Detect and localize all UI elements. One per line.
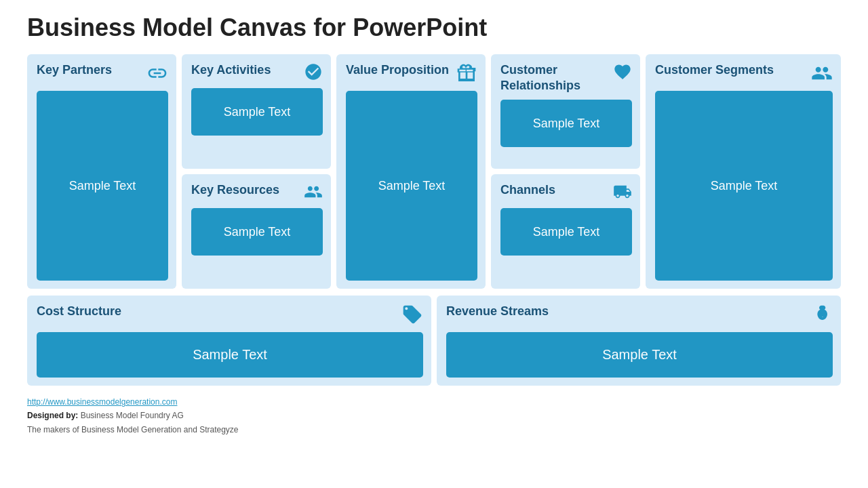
- cell-resources-header: Key Resources: [191, 182, 323, 201]
- top-row: Key Partners Sample Text Key Activities: [27, 54, 841, 289]
- cell-customer-segments: Customer Segments Sample Text: [646, 54, 841, 289]
- footer: http://www.businessmodelgeneration.com D…: [27, 395, 841, 436]
- cell-segments-header: Customer Segments: [655, 62, 833, 84]
- bottom-row: Cost Structure Sample Text Revenue Strea…: [27, 296, 841, 386]
- footer-tagline: The makers of Business Model Generation …: [27, 425, 239, 434]
- revenue-sample-text: Sample Text: [602, 347, 677, 363]
- activities-title: Key Activities: [191, 62, 271, 78]
- money-bag-icon: $: [811, 304, 833, 325]
- partners-sample-text: Sample Text: [69, 179, 136, 193]
- relationships-sample-text: Sample Text: [533, 117, 600, 131]
- relationships-title: Customer Relationships: [500, 62, 613, 93]
- footer-designed-by-label: Designed by:: [27, 411, 81, 420]
- heart-icon: [613, 62, 632, 81]
- cell-activities-header: Key Activities: [191, 62, 323, 81]
- canvas-container: Key Partners Sample Text Key Activities: [27, 54, 841, 386]
- cell-key-activities: Key Activities Sample Text: [182, 54, 331, 169]
- cell-revenue-streams: Revenue Streams $ Sample Text: [437, 296, 841, 386]
- resources-title: Key Resources: [191, 182, 279, 198]
- checkmark-icon: [304, 62, 323, 81]
- segments-sample-box: Sample Text: [655, 91, 833, 281]
- cost-sample-text: Sample Text: [193, 347, 267, 363]
- cell-key-resources: Key Resources Sample Text: [182, 174, 331, 289]
- resources-sample-text: Sample Text: [224, 225, 291, 239]
- activities-sample-text: Sample Text: [224, 105, 291, 119]
- page-title: Business Model Canvas for PowerPoint: [27, 14, 841, 42]
- cell-channels-header: Channels: [500, 182, 632, 201]
- cost-sample-box: Sample Text: [37, 332, 423, 378]
- channels-sample-text: Sample Text: [533, 225, 600, 239]
- footer-url[interactable]: http://www.businessmodelgeneration.com: [27, 397, 177, 407]
- partners-title: Key Partners: [37, 62, 112, 78]
- revenue-title: Revenue Streams: [446, 304, 549, 319]
- link-icon: [146, 62, 168, 84]
- cell-value-header: Value Proposition: [346, 62, 477, 84]
- cell-key-partners: Key Partners Sample Text: [27, 54, 176, 289]
- svg-text:$: $: [820, 311, 823, 317]
- channels-sample-box: Sample Text: [500, 208, 632, 256]
- cell-revenue-header: Revenue Streams $: [446, 304, 833, 325]
- partners-sample-box: Sample Text: [37, 91, 168, 281]
- relationships-sample-box: Sample Text: [500, 100, 632, 147]
- cost-title: Cost Structure: [37, 304, 121, 319]
- segments-sample-text: Sample Text: [711, 179, 778, 193]
- cell-cost-header: Cost Structure: [37, 304, 423, 325]
- tag-icon: [401, 304, 423, 325]
- value-sample-box: Sample Text: [346, 91, 477, 281]
- cell-cost-structure: Cost Structure Sample Text: [27, 296, 431, 386]
- cell-channels: Channels Sample Text: [491, 174, 640, 289]
- revenue-sample-box: Sample Text: [446, 332, 833, 378]
- cell-customer-relationships: Customer Relationships Sample Text: [491, 54, 640, 169]
- channels-title: Channels: [500, 182, 555, 198]
- people-icon: [811, 62, 833, 84]
- value-title: Value Proposition: [346, 62, 449, 78]
- segments-title: Customer Segments: [655, 62, 774, 78]
- value-sample-text: Sample Text: [378, 179, 446, 193]
- resources-icon: [304, 182, 323, 201]
- resources-sample-box: Sample Text: [191, 208, 323, 256]
- cell-relationships-header: Customer Relationships: [500, 62, 632, 93]
- activities-sample-box: Sample Text: [191, 88, 323, 136]
- activities-resources-wrap: Key Activities Sample Text Key Resources: [182, 54, 331, 289]
- footer-designed-by-value: Business Model Foundry AG: [81, 411, 184, 420]
- truck-icon: [613, 182, 632, 201]
- cell-partners-header: Key Partners: [37, 62, 168, 84]
- relationships-channels-wrap: Customer Relationships Sample Text Chann…: [491, 54, 640, 289]
- gift-icon: [456, 62, 477, 84]
- cell-value-proposition: Value Proposition Sample Text: [336, 54, 486, 289]
